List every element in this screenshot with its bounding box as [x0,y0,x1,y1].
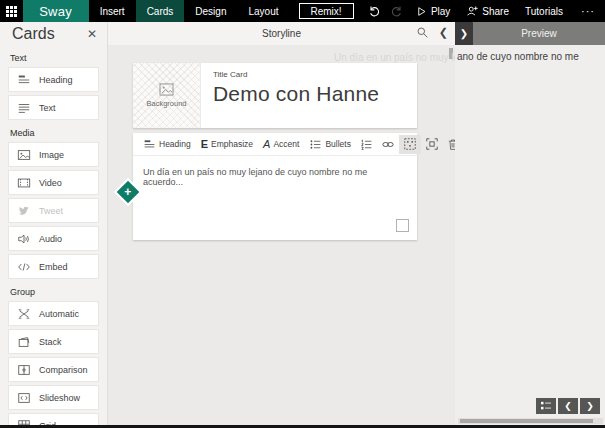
emphasize-button[interactable]: E Emphasize [196,135,258,154]
sidebar-item-heading[interactable]: Heading [8,67,99,92]
trash-icon [447,138,455,151]
sway-app-window: Sway Insert Cards Design Layout Remix! P… [0,0,605,428]
text-card-body[interactable]: Un día en un país no muy lejano de cuyo … [133,156,417,187]
redo-icon [391,5,403,17]
chevron-right-icon[interactable]: ❯ [455,22,473,45]
sway-brand-logo[interactable]: Sway [23,0,89,22]
sidebar-item-label: Heading [39,75,73,85]
sections-button[interactable] [536,398,556,414]
storyline-header: Storyline ❮ [108,22,455,45]
sidebar-item-label: Slideshow [39,393,80,403]
tab-design[interactable]: Design [184,0,237,22]
top-app-bar: Sway Insert Cards Design Layout Remix! P… [0,0,605,22]
sidebar-item-label: Image [39,150,64,160]
image-icon [9,148,39,162]
accent-icon: A [263,138,270,150]
sidebar-item-text[interactable]: Text [8,95,99,120]
section-label-text: Text [10,53,97,63]
preview-nav-controls: ❮ ❯ [536,398,600,414]
text-icon [9,101,39,115]
focus-points-button[interactable] [399,135,421,154]
link-button[interactable] [377,135,399,154]
focus-frame-icon [425,137,439,151]
bullets-button-label: Bullets [325,139,351,149]
more-options-button[interactable]: ··· [571,0,605,22]
redo-button[interactable] [385,0,408,22]
preview-body-text: ano de cuyo nombre no me [457,51,579,62]
sidebar-item-stack[interactable]: Stack [8,329,99,354]
text-card: Heading E Emphasize A Accent Bullets [133,133,417,240]
sidebar-item-automatic[interactable]: Automatic [8,301,99,326]
sidebar-item-label: Stack [39,337,62,347]
remix-button[interactable]: Remix! [299,3,354,19]
preview-header: ❯ Preview [455,22,605,45]
slideshow-icon [9,391,39,405]
title-card-type-label: Title Card [213,70,405,79]
delete-button[interactable] [443,135,455,154]
bullet-list-icon [309,138,322,151]
undo-button[interactable] [363,0,386,22]
storyline-scrollbar[interactable] [449,48,453,59]
link-icon [381,138,395,151]
embed-icon [9,260,39,274]
sidebar-item-audio[interactable]: Audio [8,226,99,251]
close-icon[interactable]: ✕ [87,28,97,40]
tutorials-label: Tutorials [525,6,563,17]
background-drop-zone[interactable]: Background [133,63,201,128]
text-card-toolbar-right [399,135,455,154]
card-select-checkbox[interactable] [396,219,409,232]
bullets-button[interactable]: Bullets [304,135,356,154]
sidebar-item-image[interactable]: Image [8,142,99,167]
cards-sidebar: Cards ✕ Text Heading Text Media [0,22,108,428]
heading-icon [143,138,156,151]
sidebar-item-comparison[interactable]: Comparison [8,357,99,382]
preview-panel: ❯ Preview ano de cuyo nombre no me ❮ ❯ [455,22,605,428]
focus-frame-button[interactable] [421,135,443,154]
cards-list: Text Heading Text Media Image [0,53,107,428]
image-placeholder-icon [159,83,174,96]
play-icon [416,6,427,17]
section-label-group: Group [10,287,97,297]
sidebar-item-label: Text [39,103,56,113]
tutorials-button[interactable]: Tutorials [517,0,571,22]
sidebar-item-label: Tweet [39,206,63,216]
background-label: Background [146,99,186,108]
title-card-content: Title Card Demo con Hanne [201,63,417,128]
scrollbar-thumb[interactable] [460,419,593,423]
drag-ghost-text: Un día en un país no muy le [334,52,455,63]
preview-horizontal-scrollbar[interactable] [458,418,603,424]
next-button[interactable]: ❯ [580,398,600,414]
title-card: Background Title Card Demo con Hanne [133,63,417,128]
sidebar-item-embed[interactable]: Embed [8,254,99,279]
tab-cards[interactable]: Cards [136,0,185,22]
play-button[interactable]: Play [408,0,458,22]
sidebar-item-slideshow[interactable]: Slideshow [8,385,99,410]
sections-list-icon [540,401,552,411]
text-card-toolbar: Heading E Emphasize A Accent Bullets [133,133,417,156]
title-input[interactable]: Demo con Hanne [213,82,405,106]
chevron-left-icon[interactable]: ❮ [439,26,448,39]
play-label: Play [431,6,450,17]
emphasize-icon: E [201,138,208,150]
sidebar-item-tweet: Tweet [8,198,99,223]
sidebar-item-label: Video [39,178,62,188]
heading-button[interactable]: Heading [138,135,196,154]
heading-button-label: Heading [159,139,191,149]
app-launcher-button[interactable] [0,0,23,22]
numbered-list-icon [360,138,373,151]
audio-icon [9,232,39,246]
tab-layout[interactable]: Layout [237,0,289,22]
tweet-icon [9,204,39,218]
cards-panel-title: Cards [12,25,55,43]
tab-insert[interactable]: Insert [89,0,136,22]
previous-button[interactable]: ❮ [558,398,578,414]
sidebar-item-video[interactable]: Video [8,170,99,195]
share-button[interactable]: Share [458,0,517,22]
search-icon[interactable] [416,26,429,39]
accent-button-label: Accent [273,139,299,149]
accent-button[interactable]: A Accent [258,135,304,154]
numbered-list-button[interactable] [356,135,377,154]
share-label: Share [482,6,509,17]
plus-icon: + [124,186,131,198]
focus-points-icon [403,137,417,151]
